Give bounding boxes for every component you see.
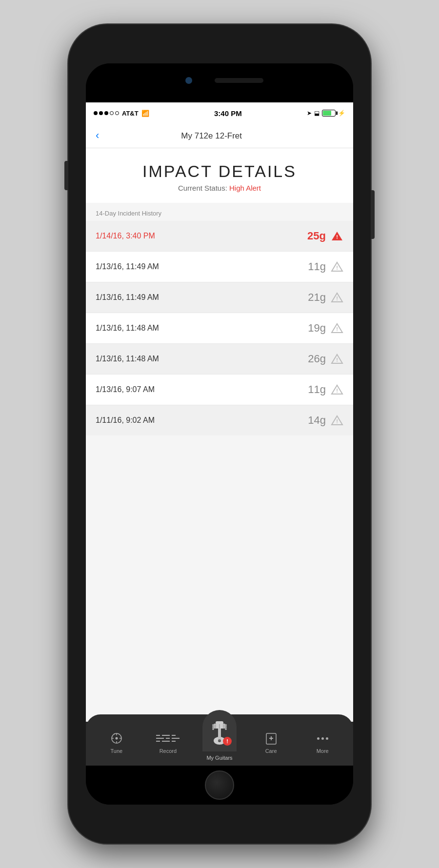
front-camera	[185, 77, 192, 84]
tab-more[interactable]: More	[297, 726, 348, 754]
warning-triangle-icon: !	[331, 354, 343, 364]
warning-triangle-icon: !	[331, 261, 343, 272]
slider-line-2	[156, 738, 180, 739]
svg-text:!: !	[336, 296, 338, 301]
nav-bar: ‹ My 712e 12-Fret	[86, 124, 353, 148]
tab-care-label: Care	[265, 748, 277, 754]
slider-part	[166, 738, 170, 739]
status-value: High Alert	[229, 184, 261, 192]
incident-list: 1/14/16, 3:40 PM 25g !	[86, 221, 353, 435]
phone-frame: AT&T 📶 3:40 PM ➤ ⬓ ⚡ ‹ My 712e	[68, 24, 371, 844]
signal-dot-1	[94, 111, 98, 115]
svg-point-20	[115, 737, 118, 740]
more-icon	[317, 737, 328, 740]
incident-right: 26g !	[308, 353, 343, 365]
content-area: IMPACT DETAILS Current Status: High Aler…	[86, 148, 353, 707]
svg-text:!: !	[336, 265, 338, 271]
incident-row[interactable]: 1/14/16, 3:40 PM 25g !	[86, 221, 353, 252]
incident-right: 19g !	[308, 322, 343, 335]
status-right: ➤ ⬓ ⚡	[307, 110, 345, 117]
impact-value: 11g	[308, 383, 326, 396]
slider-part	[172, 735, 176, 736]
incident-row[interactable]: 1/13/16, 11:48 AM 26g !	[86, 344, 353, 375]
wifi-icon: 📶	[141, 110, 149, 117]
back-chevron-icon: ‹	[96, 130, 99, 141]
incident-date: 1/13/16, 11:49 AM	[96, 293, 159, 302]
battery-fill	[323, 111, 331, 116]
earpiece-speaker	[215, 78, 263, 83]
more-icon-wrap	[314, 731, 331, 746]
tab-bar-content: Tune	[86, 714, 353, 766]
impact-value: 21g	[308, 291, 326, 304]
care-icon-wrap	[263, 731, 279, 746]
record-icon-wrap	[160, 731, 176, 746]
slider-part	[156, 738, 164, 739]
status-bar: AT&T 📶 3:40 PM ➤ ⬓ ⚡	[86, 102, 353, 124]
incident-row[interactable]: 1/11/16, 9:02 AM 14g !	[86, 405, 353, 435]
more-dot-3	[326, 737, 328, 740]
phone-top-bar	[86, 63, 353, 102]
tab-record[interactable]: Record	[142, 726, 194, 754]
incident-date: 1/14/16, 3:40 PM	[96, 232, 155, 240]
tab-bar: Tune	[86, 707, 353, 766]
tune-icon	[110, 731, 123, 745]
home-button[interactable]	[205, 770, 234, 800]
tab-my-guitars[interactable]: ! My Guitars	[194, 705, 245, 761]
impact-value: 14g	[308, 414, 326, 427]
slider-part	[172, 738, 180, 739]
bluetooth-icon: ⬓	[314, 110, 319, 117]
svg-point-31	[225, 726, 227, 728]
svg-text:!: !	[336, 326, 338, 332]
nav-title: My 712e 12-Fret	[99, 131, 324, 141]
incident-date: 1/13/16, 9:07 AM	[96, 385, 155, 394]
svg-text:!: !	[336, 357, 338, 363]
impact-value: 26g	[308, 353, 326, 365]
app-screen: AT&T 📶 3:40 PM ➤ ⬓ ⚡ ‹ My 712e	[86, 102, 353, 766]
warning-triangle-icon: !	[331, 292, 343, 303]
incident-date: 1/13/16, 11:48 AM	[96, 355, 159, 363]
tab-care[interactable]: Care	[245, 726, 297, 754]
slider-part	[162, 741, 170, 742]
incident-row[interactable]: 1/13/16, 11:49 AM 21g !	[86, 282, 353, 313]
signal-dot-2	[99, 111, 103, 115]
location-icon: ➤	[307, 110, 312, 117]
signal-strength	[94, 111, 119, 115]
incident-right: 21g !	[308, 291, 343, 304]
status-prefix: Current Status:	[178, 184, 227, 192]
status-time: 3:40 PM	[214, 109, 242, 118]
impact-value: 25g	[307, 230, 326, 242]
incident-date: 1/11/16, 9:02 AM	[96, 416, 155, 425]
tab-tune-label: Tune	[110, 748, 122, 754]
svg-point-30	[225, 724, 227, 726]
svg-point-29	[212, 726, 214, 728]
slider-part	[162, 735, 170, 736]
battery-icon	[322, 110, 336, 117]
guitar-pedestal: !	[202, 710, 237, 751]
tab-guitars-label: My Guitars	[206, 755, 232, 761]
incident-row[interactable]: 1/13/16, 9:07 AM 11g !	[86, 375, 353, 405]
back-button[interactable]: ‹	[96, 131, 99, 141]
impact-value: 11g	[308, 260, 326, 273]
sliders-icon	[156, 735, 180, 742]
incident-right: 25g !	[307, 230, 343, 242]
charging-icon: ⚡	[338, 110, 345, 117]
incident-row[interactable]: 1/13/16, 11:48 AM 19g !	[86, 313, 353, 344]
svg-point-28	[212, 724, 214, 726]
carrier-name: AT&T	[122, 110, 139, 117]
slider-part	[172, 741, 176, 742]
guitar-alert-badge: !	[223, 737, 232, 746]
incident-right: 14g !	[308, 414, 343, 427]
svg-point-33	[225, 728, 227, 730]
tab-more-label: More	[317, 748, 329, 754]
warning-triangle-icon: !	[331, 384, 343, 395]
slider-line-1	[156, 735, 180, 736]
status-left: AT&T 📶	[94, 110, 149, 117]
incident-row[interactable]: 1/13/16, 11:49 AM 11g !	[86, 252, 353, 282]
page-title: IMPACT DETAILS	[96, 162, 343, 181]
tab-tune[interactable]: Tune	[91, 726, 142, 754]
svg-text:!: !	[336, 388, 338, 394]
warning-triangle-icon: !	[331, 415, 343, 426]
signal-dot-5	[115, 111, 119, 115]
incident-right: 11g !	[308, 383, 343, 396]
impact-value: 19g	[308, 322, 326, 335]
